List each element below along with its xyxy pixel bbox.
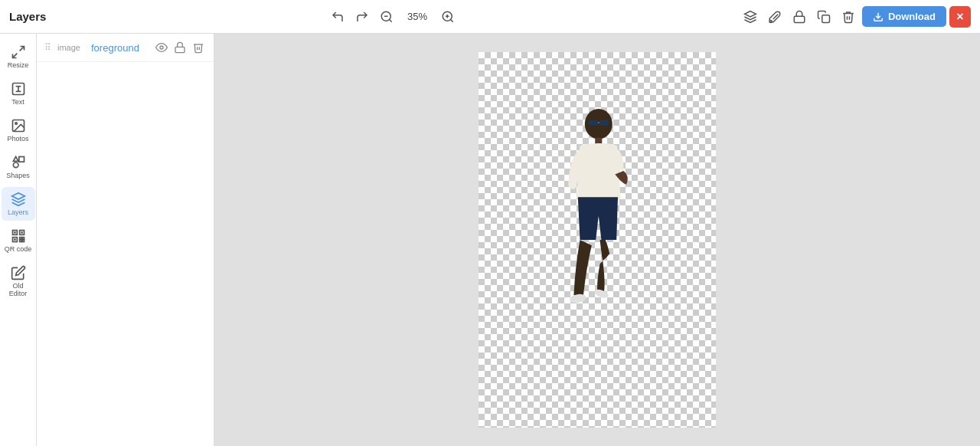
layer-name-label: foreground (91, 42, 148, 54)
sidebar-label-text: Text (11, 98, 24, 106)
canvas-container (479, 52, 716, 428)
svg-rect-34 (19, 240, 21, 242)
sidebar-item-qrcode[interactable]: QR code (2, 224, 35, 257)
toolbar-right: Download × (740, 6, 971, 28)
layers-panel: ⠿ image foreground (37, 34, 214, 446)
panel-title: Layers (9, 10, 46, 23)
person-figure (544, 102, 651, 378)
download-label: Download (888, 11, 936, 22)
brush-icon-button[interactable] (764, 6, 786, 28)
download-button[interactable]: Download (862, 6, 946, 27)
svg-line-14 (12, 54, 17, 58)
sidebar-item-photos[interactable]: Photos (2, 113, 35, 147)
svg-rect-35 (22, 238, 24, 240)
undo-button[interactable] (327, 6, 348, 28)
layer-visibility-button[interactable] (154, 40, 169, 55)
drag-handle-icon[interactable]: ⠿ (44, 42, 51, 53)
copy-icon-button[interactable] (813, 6, 835, 28)
sidebar-label-photos: Photos (7, 135, 28, 143)
svg-rect-39 (588, 120, 598, 125)
svg-point-21 (13, 162, 18, 168)
layer-delete-button[interactable] (191, 40, 206, 55)
main-area: Resize Text Photos Shapes Layers QR code (0, 34, 980, 446)
redo-button[interactable] (351, 6, 373, 28)
sidebar-label-qrcode: QR code (5, 245, 32, 253)
sidebar-item-shapes[interactable]: Shapes (2, 150, 35, 184)
trash-icon-button[interactable] (838, 6, 859, 28)
svg-rect-37 (175, 47, 185, 52)
layer-actions (154, 40, 206, 55)
layers-icon-button[interactable] (740, 6, 761, 28)
svg-point-20 (15, 123, 16, 125)
svg-marker-23 (13, 157, 18, 162)
svg-rect-10 (794, 16, 805, 22)
sidebar-label-old-editor: Old Editor (3, 282, 34, 297)
sidebar-item-text[interactable]: Text (2, 77, 35, 110)
toolbar-center: 35% (327, 6, 459, 28)
svg-line-1 (390, 19, 392, 21)
svg-line-4 (451, 19, 453, 21)
zoom-in-button[interactable] (437, 6, 459, 28)
svg-rect-40 (599, 120, 609, 125)
svg-marker-24 (11, 193, 24, 199)
sidebar-label-shapes: Shapes (6, 172, 30, 179)
sidebar-label-layers: Layers (8, 208, 28, 216)
zoom-level: 35% (400, 9, 434, 24)
lock-icon-button[interactable] (789, 6, 810, 28)
svg-rect-33 (22, 240, 24, 242)
top-toolbar: Layers 35% (0, 0, 980, 34)
svg-point-36 (160, 46, 163, 49)
svg-rect-28 (15, 232, 15, 233)
sidebar-item-old-editor[interactable]: Old Editor (2, 261, 35, 302)
sidebar-item-resize[interactable]: Resize (2, 40, 35, 74)
sidebar-item-layers[interactable]: Layers (2, 187, 35, 221)
svg-rect-22 (18, 157, 24, 162)
zoom-out-button[interactable] (376, 6, 397, 28)
sidebar-label-resize: Resize (8, 61, 29, 69)
layer-type-label: image (57, 43, 85, 52)
close-button[interactable]: × (949, 6, 971, 28)
svg-marker-7 (744, 11, 756, 17)
toolbar-left: Layers (9, 10, 46, 23)
left-sidebar: Resize Text Photos Shapes Layers QR code (0, 34, 37, 446)
svg-rect-11 (822, 15, 830, 22)
svg-rect-30 (15, 239, 15, 240)
svg-rect-29 (21, 232, 22, 233)
canvas-area[interactable] (214, 34, 980, 446)
layer-row-foreground[interactable]: ⠿ image foreground (37, 34, 214, 62)
layer-lock-button[interactable] (172, 40, 188, 55)
svg-line-13 (19, 47, 24, 51)
svg-rect-32 (19, 238, 21, 240)
svg-point-43 (569, 293, 586, 303)
